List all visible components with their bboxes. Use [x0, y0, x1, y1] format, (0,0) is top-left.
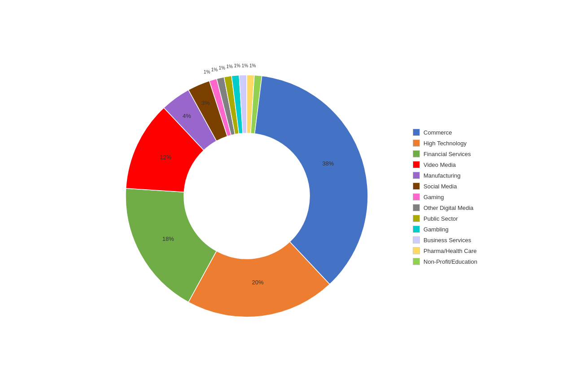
chart-label-small: 1%: [204, 70, 210, 74]
legend-item: Public Sector: [413, 215, 477, 222]
legend-label-text: Gaming: [423, 194, 444, 200]
legend-item: Business Services: [413, 236, 477, 244]
legend-item: Social Media: [413, 183, 477, 190]
donut-chart: 38%20%18%12%4%3%1%1%1%1%1%1%1%: [108, 57, 386, 335]
legend-label-text: High Technology: [423, 140, 467, 147]
legend-color-box: [413, 236, 420, 244]
chart-label: 20%: [252, 279, 263, 286]
legend-color-box: [413, 204, 420, 211]
chart-container: 38%20%18%12%4%3%1%1%1%1%1%1%1% CommerceH…: [0, 0, 585, 392]
legend-item: Gambling: [413, 226, 477, 233]
legend-item: Gaming: [413, 193, 477, 200]
legend-color-box: [413, 161, 420, 168]
legend-item: High Technology: [413, 139, 477, 147]
legend-color-box: [413, 129, 420, 136]
legend-item: Non-Profit/Education: [413, 258, 477, 265]
legend-color-box: [413, 139, 420, 147]
chart-label-small: 1%: [211, 67, 218, 72]
legend-label-text: Financial Services: [423, 151, 471, 157]
legend-color-box: [413, 258, 420, 265]
legend-item: Pharma/Health Care: [413, 247, 477, 254]
legend-label-text: Video Media: [423, 161, 456, 168]
legend-label-text: Business Services: [423, 237, 471, 244]
legend-item: Manufacturing: [413, 172, 477, 179]
legend-label-text: Manufacturing: [423, 172, 460, 179]
chart-label: 4%: [183, 113, 191, 119]
legend: CommerceHigh TechnologyFinancial Service…: [413, 123, 477, 269]
chart-label-small: 1%: [242, 63, 249, 68]
legend-label-text: Non-Profit/Education: [423, 258, 477, 265]
donut-svg: 38%20%18%12%4%3%1%1%1%1%1%1%1%: [108, 57, 386, 335]
chart-label-small: 1%: [234, 63, 241, 68]
legend-item: Commerce: [413, 129, 477, 136]
legend-label-text: Other Digital Media: [423, 205, 473, 211]
legend-color-box: [413, 172, 420, 179]
legend-color-box: [413, 247, 420, 254]
legend-item: Other Digital Media: [413, 204, 477, 211]
legend-color-box: [413, 150, 420, 157]
chart-label-small: 1%: [226, 64, 233, 69]
chart-label-small: 1%: [218, 65, 225, 70]
legend-label-text: Pharma/Health Care: [423, 248, 477, 254]
chart-label: 3%: [201, 100, 210, 106]
chart-label: 38%: [322, 160, 334, 167]
chart-label: 18%: [162, 235, 174, 242]
legend-label-text: Public Sector: [423, 215, 458, 222]
legend-item: Video Media: [413, 161, 477, 168]
legend-color-box: [413, 215, 420, 222]
legend-label-text: Commerce: [423, 129, 452, 136]
segment-commerce: [247, 75, 368, 284]
legend-color-box: [413, 226, 420, 233]
chart-label: 12%: [160, 154, 171, 161]
legend-color-box: [413, 193, 420, 200]
legend-item: Financial Services: [413, 150, 477, 157]
legend-color-box: [413, 183, 420, 190]
legend-label-text: Social Media: [423, 183, 457, 190]
legend-label-text: Gambling: [423, 226, 449, 233]
chart-label-small: 1%: [249, 63, 256, 68]
